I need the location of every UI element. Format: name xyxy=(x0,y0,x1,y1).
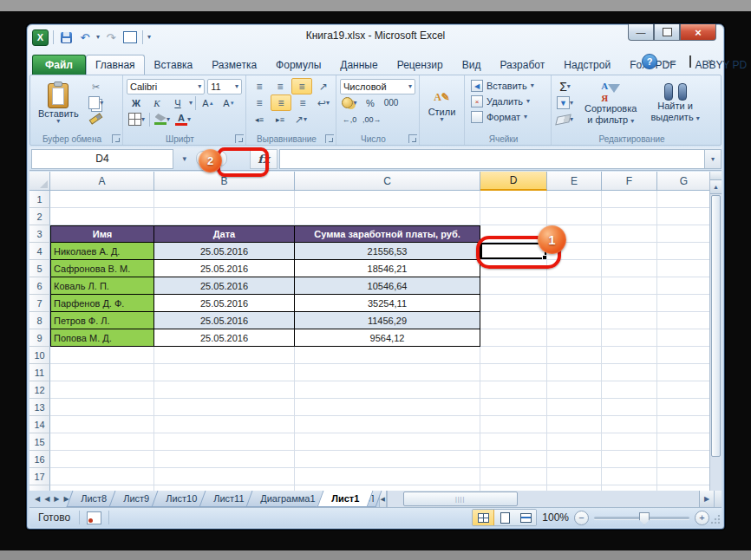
row-header-6[interactable]: 6 xyxy=(29,277,50,295)
cell-B10[interactable] xyxy=(154,347,295,364)
align-middle-button[interactable]: ≡ xyxy=(271,79,290,94)
shrink-font-button[interactable]: A xyxy=(219,95,238,110)
wrap-text-button[interactable]: ↗▾ xyxy=(291,112,310,127)
cell-E6[interactable] xyxy=(547,277,602,295)
cell-G2[interactable] xyxy=(657,208,711,225)
align-center-button[interactable]: ≡ xyxy=(271,94,291,111)
cell-C2[interactable] xyxy=(295,208,480,225)
cell-E2[interactable] xyxy=(547,208,602,225)
cell-A10[interactable] xyxy=(50,347,154,364)
expand-formula-bar-button[interactable]: ▾ xyxy=(704,149,722,169)
cell-E15[interactable] xyxy=(547,433,602,451)
cell-D10[interactable] xyxy=(480,347,547,364)
cell-B15[interactable] xyxy=(154,433,295,451)
next-sheet-button[interactable]: ▶ xyxy=(52,495,61,503)
row-header-3[interactable]: 3 xyxy=(29,225,50,243)
cell-G17[interactable] xyxy=(657,468,711,485)
cell-G13[interactable] xyxy=(657,399,711,416)
cell-G16[interactable] xyxy=(657,451,711,468)
cell-B7[interactable]: 25.05.2016 xyxy=(154,295,295,312)
cell-C14[interactable] xyxy=(295,416,480,433)
tab-formulas[interactable]: Формулы xyxy=(266,55,330,75)
cell-C15[interactable] xyxy=(295,433,480,451)
column-header-D[interactable]: D xyxy=(480,172,547,191)
tab-data[interactable]: Данные xyxy=(330,55,387,75)
window-splitter[interactable] xyxy=(714,491,722,507)
tab-page-layout[interactable]: Разметка xyxy=(202,55,266,75)
close-button[interactable]: × xyxy=(680,24,716,41)
cell-C8[interactable]: 11456,29 xyxy=(295,312,480,329)
styles-button[interactable]: A✎ Стили ▾ xyxy=(423,78,460,128)
first-sheet-button[interactable]: ◀ xyxy=(33,495,42,503)
cell-E17[interactable] xyxy=(547,468,602,485)
formula-input[interactable] xyxy=(279,149,704,169)
cell-B16[interactable] xyxy=(154,451,295,468)
borders-button[interactable]: ▾ xyxy=(127,112,147,127)
cell-B4[interactable]: 25.05.2016 xyxy=(154,243,295,260)
cell-G4[interactable] xyxy=(657,243,711,260)
decrease-indent-button[interactable]: ◂≡ xyxy=(250,112,269,127)
cell-G1[interactable] xyxy=(657,191,711,208)
cell-F12[interactable] xyxy=(602,381,657,399)
cell-A6[interactable]: Коваль Л. П. xyxy=(50,277,154,295)
row-header-11[interactable]: 11 xyxy=(29,364,50,381)
fill-button[interactable]: ▼▾ xyxy=(555,95,575,110)
workbook-minimize-icon[interactable]: — xyxy=(663,56,677,67)
accounting-format-button[interactable]: ▾ xyxy=(340,95,359,110)
tab-file[interactable]: Файл xyxy=(32,55,86,75)
cell-E8[interactable] xyxy=(547,312,602,329)
cell-D14[interactable] xyxy=(480,416,547,433)
font-family-combo[interactable]: Calibri▾ xyxy=(127,79,205,94)
restore-button[interactable] xyxy=(654,24,680,41)
column-header-E[interactable]: E xyxy=(547,172,602,191)
cell-F7[interactable] xyxy=(602,295,657,312)
column-header-G[interactable]: G xyxy=(657,172,711,191)
column-header-C[interactable]: C xyxy=(295,172,480,191)
tab-view[interactable]: Вид xyxy=(453,55,491,75)
cell-B6[interactable]: 25.05.2016 xyxy=(154,277,295,295)
cell-G3[interactable] xyxy=(657,225,711,243)
cell-C16[interactable] xyxy=(295,451,480,468)
caret-down-icon[interactable]: ▾ xyxy=(189,101,193,106)
cell-F10[interactable] xyxy=(602,347,657,364)
row-header-1[interactable]: 1 xyxy=(29,191,50,208)
macro-record-icon[interactable] xyxy=(87,511,101,524)
align-bottom-button[interactable]: ≡ xyxy=(291,78,312,94)
align-left-button[interactable]: ≡ xyxy=(250,95,269,110)
dialog-launcher-icon[interactable] xyxy=(325,134,334,143)
zoom-slider-thumb[interactable] xyxy=(639,512,650,525)
fill-color-button[interactable]: ▾ xyxy=(153,112,172,127)
align-top-button[interactable]: ≡ xyxy=(250,79,269,94)
row-header-9[interactable]: 9 xyxy=(29,329,50,347)
cell-A16[interactable] xyxy=(50,451,154,468)
cell-D11[interactable] xyxy=(480,364,547,381)
cell-F16[interactable] xyxy=(602,451,657,468)
cell-C11[interactable] xyxy=(295,364,480,381)
zoom-level[interactable]: 100% xyxy=(542,511,569,524)
cell-D2[interactable] xyxy=(480,208,547,225)
column-header-F[interactable]: F xyxy=(602,172,657,191)
format-cells-button[interactable]: Формат▾ xyxy=(468,109,547,125)
column-header-A[interactable]: A xyxy=(50,172,154,191)
cell-C17[interactable] xyxy=(295,468,480,485)
orientation-button[interactable]: ↗ xyxy=(314,79,333,94)
format-painter-button[interactable] xyxy=(87,111,106,126)
tab-home[interactable]: Главная xyxy=(86,55,145,75)
cell-B13[interactable] xyxy=(154,399,295,416)
cell-F3[interactable] xyxy=(602,225,657,243)
cell-C13[interactable] xyxy=(295,399,480,416)
percent-style-button[interactable]: % xyxy=(361,95,380,110)
comma-style-button[interactable]: 000 xyxy=(382,95,401,110)
cell-C4[interactable]: 21556,53 xyxy=(295,243,480,260)
cell-B9[interactable]: 25.05.2016 xyxy=(154,329,295,347)
cell-F14[interactable] xyxy=(602,416,657,433)
dialog-launcher-icon[interactable] xyxy=(235,134,244,143)
cell-B17[interactable] xyxy=(154,468,295,485)
cell-A14[interactable] xyxy=(50,416,154,433)
number-format-combo[interactable]: Числовой▾ xyxy=(340,79,415,94)
cell-A12[interactable] xyxy=(50,381,154,399)
cell-A15[interactable] xyxy=(50,433,154,451)
cell-G9[interactable] xyxy=(657,329,711,347)
align-right-button[interactable]: ≡ xyxy=(293,95,312,110)
cell-B2[interactable] xyxy=(154,208,295,225)
